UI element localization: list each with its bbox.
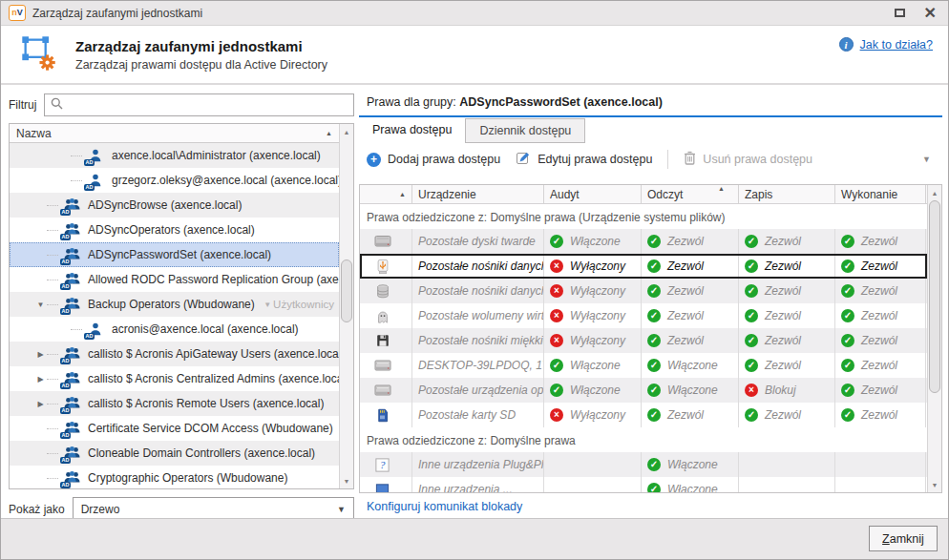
tree-item[interactable]: ▼ADBackup Operators (Wbudowane)▼Użytkown…: [10, 292, 339, 317]
tree-item[interactable]: ADCertificate Service DCOM Access (Wbudo…: [10, 416, 339, 441]
allow-badge: ✓: [647, 284, 661, 298]
tree-item[interactable]: ▶ADcallisto $ Acronis Centralized Admins…: [10, 366, 339, 391]
tree-item[interactable]: ▶ADcallisto $ Acronis Remote Users (axen…: [10, 391, 339, 416]
tree-item-label: Cloneable Domain Controllers (axence.loc…: [88, 446, 315, 460]
sd-card-icon: [373, 406, 392, 424]
device-name: DESKTOP-39LPDOQ, 172.1...: [418, 359, 544, 372]
add-rights-button[interactable]: + Dodaj prawa dostępu: [367, 153, 500, 167]
scroll-up-icon[interactable]: ▲: [928, 186, 941, 199]
allow-badge: ✓: [647, 235, 661, 248]
content-area: Filtruj Nazwa ▲ ADaxence.local\Administr…: [1, 87, 948, 519]
remove-rights-label: Usuń prawa dostępu: [703, 153, 812, 166]
expand-icon[interactable]: ▶: [34, 350, 47, 359]
show-as-label: Pokaż jako: [9, 503, 65, 516]
close-icon[interactable]: ✕: [924, 6, 937, 21]
ad-group-icon: AD: [62, 370, 81, 387]
category-collapse-icon: ▼: [264, 301, 271, 309]
ad-user-icon: AD: [86, 172, 105, 189]
status-label: Zezwól: [667, 408, 704, 422]
status-label: Włączone: [667, 359, 718, 372]
status-label: Wyłączony: [570, 334, 625, 347]
close-button[interactable]: Zamknij: [869, 526, 938, 551]
scroll-up-icon[interactable]: ▲: [340, 125, 353, 138]
disk-stack-icon: [373, 282, 392, 300]
how-it-works-link[interactable]: Jak to działa?: [860, 38, 933, 52]
tree-scrollbar[interactable]: ▲ ▼: [339, 124, 353, 488]
tree-item[interactable]: ADADSyncOperators (axence.local): [10, 218, 339, 242]
tree-item[interactable]: ▶ADcallisto $ Acronis ApiGateway Users (…: [10, 342, 339, 366]
tree-item[interactable]: ADCloneable Domain Controllers (axence.l…: [10, 441, 339, 466]
hard-drive-icon: [373, 233, 392, 250]
tree-item-label: axence.local\Administrator (axence.local…: [112, 149, 321, 162]
status-label: Zezwól: [667, 259, 704, 273]
sort-ascending-icon: ▲: [326, 130, 332, 136]
status-label: Wyłączony: [570, 284, 625, 298]
collapse-icon[interactable]: ▼: [34, 301, 47, 309]
tree-item[interactable]: ADADSyncPasswordSet (axence.local): [10, 242, 339, 267]
table-scrollbar[interactable]: ▲ ▼: [927, 185, 941, 492]
configure-block-message-link[interactable]: Konfiguruj komunikat blokady: [367, 500, 522, 513]
tab-access-rights[interactable]: Prawa dostępu: [359, 117, 465, 142]
tree-connector: [47, 230, 58, 231]
expand-icon[interactable]: ▶: [34, 400, 47, 408]
status-label: Włączone: [570, 359, 621, 372]
icon-column-header[interactable]: ▲: [360, 185, 412, 203]
scrollbar-thumb[interactable]: [929, 200, 940, 393]
allow-badge: ✓: [647, 384, 661, 397]
tree-item-label: callisto $ Acronis ApiGateway Users (axe…: [88, 347, 339, 361]
status-label: Wyłączony: [570, 408, 625, 422]
usb-drive-icon: [373, 258, 392, 275]
tree-item[interactable]: ADaxence.local\Administrator (axence.loc…: [10, 143, 339, 168]
entities-panel: Filtruj Nazwa ▲ ADaxence.local\Administr…: [9, 87, 354, 519]
allow-badge: ✓: [647, 408, 661, 422]
manage-entities-icon: [18, 33, 60, 76]
page-title: Zarządzaj zaufanymi jednostkami: [75, 38, 327, 54]
tree-item[interactable]: ADAllowed RODC Password Replication Grou…: [10, 267, 339, 292]
scroll-down-icon[interactable]: ▼: [928, 478, 941, 491]
expand-icon[interactable]: ▶: [34, 375, 47, 384]
maximize-icon[interactable]: [895, 9, 905, 17]
filter-label: Filtruj: [9, 98, 36, 112]
toolbar-dropdown-icon[interactable]: ▼: [922, 155, 935, 164]
tree-item[interactable]: ADCryptographic Operators (Wbudowane): [10, 466, 339, 488]
ad-badge: AD: [60, 383, 71, 390]
filter-box: [44, 93, 354, 116]
tree-item-label: ADSyncBrowse (axence.local): [88, 198, 242, 212]
svg-text:?: ?: [380, 459, 386, 470]
ad-badge: AD: [84, 159, 95, 167]
deny-badge: ×: [550, 334, 563, 347]
remove-rights-button[interactable]: Usuń prawa dostępu: [684, 151, 812, 168]
filter-input[interactable]: [69, 97, 348, 113]
device-name: Pozostałe urządzenia opt...: [418, 384, 544, 397]
tree-connector: [71, 156, 82, 156]
tree-connector: [47, 280, 58, 280]
tab-strip: Prawa dostępu Dziennik dostępu: [359, 117, 585, 142]
tree-item[interactable]: ADgrzegorz.oleksy@axence.local (axence.l…: [10, 168, 339, 193]
optical-drive-icon: [373, 382, 392, 399]
group-rights-title: Prawa dla grupy: ADSyncPasswordSet (axen…: [367, 95, 663, 109]
ad-badge: AD: [60, 432, 71, 440]
edit-icon: [516, 151, 531, 168]
tree-item[interactable]: ADacronis@axence.local (axence.local): [10, 317, 339, 342]
column-header-device[interactable]: Urządzenie▲: [412, 185, 544, 203]
question-icon: ?: [373, 456, 392, 473]
info-icon: i: [839, 37, 854, 52]
column-header-audit[interactable]: Audyt: [544, 185, 642, 203]
allow-badge: ✓: [647, 359, 661, 372]
tab-access-log[interactable]: Dziennik dostępu: [465, 118, 585, 143]
group-rights-name: ADSyncPasswordSet (axence.local): [459, 95, 663, 109]
scrollbar-thumb[interactable]: [341, 259, 352, 322]
scroll-down-icon[interactable]: ▼: [340, 474, 353, 487]
device-name: Pozostałe wolumeny wirt...: [418, 309, 544, 322]
allow-badge: ✓: [647, 483, 661, 492]
monitor-icon: [373, 481, 392, 492]
tree-connector: [47, 255, 58, 256]
trash-icon: [684, 151, 696, 168]
ad-user-icon: AD: [86, 147, 105, 164]
device-name: Pozostałe karty SD: [418, 408, 516, 422]
tree-column-header[interactable]: Nazwa ▲: [10, 124, 339, 143]
ghost-icon: [373, 307, 392, 324]
tree-item[interactable]: ADADSyncBrowse (axence.local): [10, 193, 339, 218]
ad-badge: AD: [60, 482, 71, 489]
edit-rights-button[interactable]: Edytuj prawa dostępu: [516, 151, 652, 168]
